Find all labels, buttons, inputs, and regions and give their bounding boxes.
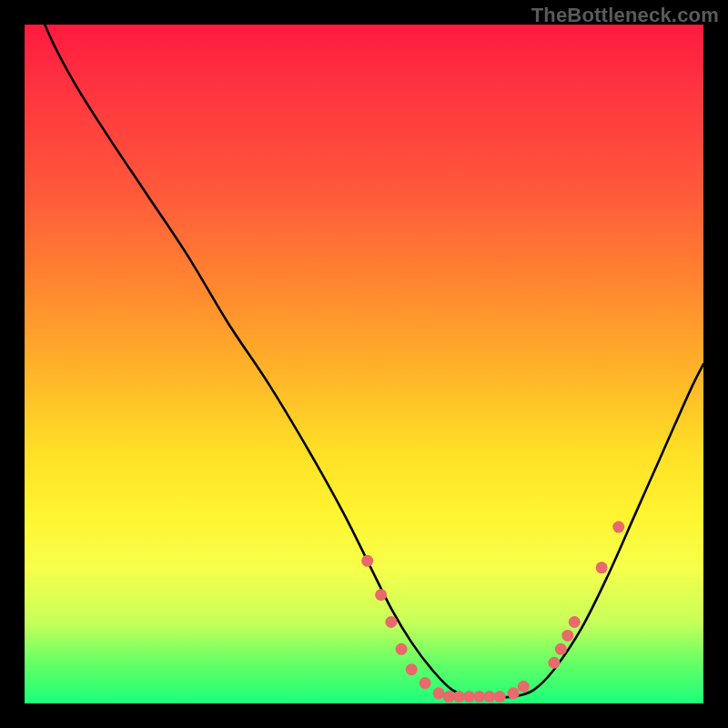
data-dot [473, 691, 485, 703]
data-dot [396, 643, 408, 655]
data-dot [420, 677, 431, 689]
data-dot [518, 681, 530, 693]
data-dot [569, 616, 581, 628]
data-dot [361, 555, 373, 567]
chart-frame: TheBottleneck.com [0, 0, 728, 728]
data-dot [508, 687, 520, 699]
data-dot [596, 561, 608, 573]
data-dot [453, 691, 465, 703]
data-dot [406, 663, 418, 675]
data-dot [494, 691, 506, 703]
data-dot [433, 687, 445, 699]
data-dot [443, 691, 455, 703]
chart-svg [25, 25, 703, 703]
data-dot [561, 630, 573, 642]
data-dot [548, 657, 560, 669]
data-dot [612, 521, 624, 533]
data-dot [463, 691, 475, 703]
watermark-label: TheBottleneck.com [531, 4, 719, 27]
bottleneck-curve [25, 0, 703, 697]
data-dot [385, 616, 397, 628]
data-dot [375, 589, 387, 601]
data-dots [361, 521, 624, 703]
data-dot [484, 691, 496, 703]
data-dot [555, 643, 567, 655]
